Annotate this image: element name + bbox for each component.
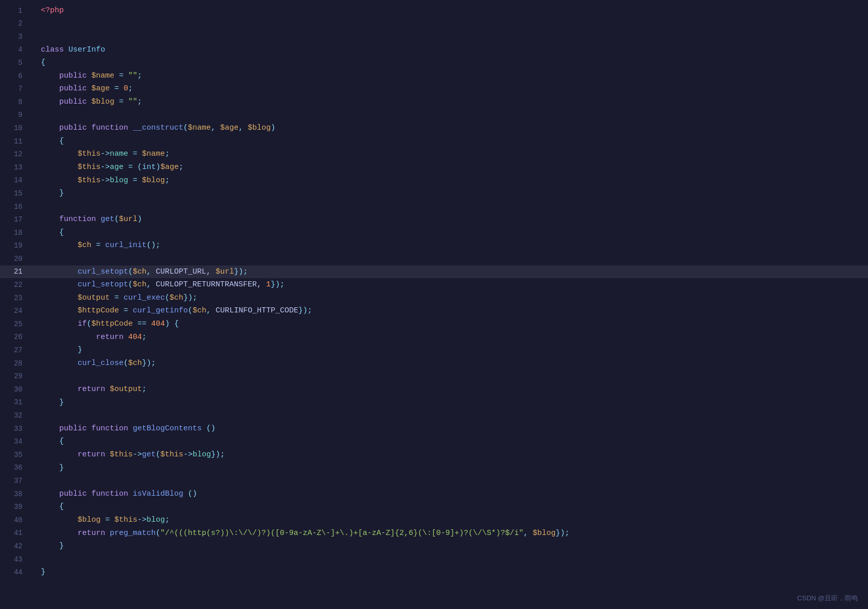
line-number: 33: [0, 422, 31, 435]
code-line: }: [31, 187, 868, 200]
line-number: 13: [0, 161, 31, 174]
code-line: curl_setopt($ch, CURLOPT_RETURNTRANSFER,…: [31, 278, 868, 291]
line-number: 6: [0, 69, 31, 83]
line-number: 7: [0, 83, 31, 96]
code-line: [31, 409, 868, 422]
line-number: 32: [0, 409, 31, 422]
line-number: 30: [0, 383, 31, 396]
code-line: $this->name = $name;: [31, 148, 868, 161]
code-line: return $output;: [31, 383, 868, 396]
code-line: curl_setopt($ch, CURLOPT_URL, $url});: [31, 265, 868, 279]
code-line: [31, 553, 868, 566]
code-line: }: [31, 461, 868, 475]
code-line: [31, 109, 868, 122]
line-number: 34: [0, 435, 31, 449]
line-number: 11: [0, 135, 31, 148]
line-number: 41: [0, 527, 31, 540]
code-line: $blog = $this->blog;: [31, 514, 868, 527]
line-number: 19: [0, 239, 31, 253]
code-line: [31, 252, 868, 265]
line-number: 17: [0, 213, 31, 227]
line-number: 25: [0, 318, 31, 331]
line-number: 39: [0, 501, 31, 514]
code-line: [31, 17, 868, 31]
code-line: public function isValidBlog (): [31, 488, 868, 501]
line-number: 36: [0, 461, 31, 475]
code-line: curl_close($ch});: [31, 357, 868, 370]
line-number: 28: [0, 357, 31, 370]
line-number: 5: [0, 56, 31, 69]
code-line: [31, 370, 868, 383]
line-number: 3: [0, 30, 31, 43]
code-line: }: [31, 540, 868, 553]
code-line: public $name = "";: [31, 69, 868, 83]
line-number: 42: [0, 540, 31, 553]
code-line: [31, 200, 868, 213]
code-line: $this->blog = $blog;: [31, 174, 868, 187]
line-number: 37: [0, 474, 31, 488]
line-number: 22: [0, 278, 31, 291]
code-line: $ch = curl_init();: [31, 239, 868, 253]
line-number: 44: [0, 566, 31, 579]
code-line: [31, 474, 868, 488]
line-number: 8: [0, 95, 31, 109]
code-line: }: [31, 344, 868, 357]
line-number: 38: [0, 488, 31, 501]
line-number: 27: [0, 344, 31, 357]
code-line: public $blog = "";: [31, 95, 868, 109]
line-number: 24: [0, 305, 31, 318]
code-line: <?php: [31, 4, 868, 17]
code-editor: 1234567891011121314151617181920212223242…: [0, 0, 868, 609]
code-line: {: [31, 501, 868, 514]
line-number: 43: [0, 553, 31, 566]
line-number: 15: [0, 187, 31, 200]
line-number: 14: [0, 174, 31, 187]
line-number: 4: [0, 43, 31, 57]
code-line: {: [31, 435, 868, 449]
line-number: 26: [0, 331, 31, 344]
line-number: 35: [0, 448, 31, 461]
line-number: 21: [0, 265, 31, 279]
line-numbers: 1234567891011121314151617181920212223242…: [0, 0, 31, 609]
code-line: {: [31, 135, 868, 148]
code-line: }: [31, 566, 868, 579]
code-line: return $this->get($this->blog});: [31, 448, 868, 461]
code-line: }: [31, 396, 868, 409]
code-line: if($httpCode == 404) {: [31, 318, 868, 331]
line-number: 40: [0, 514, 31, 527]
code-line: $output = curl_exec($ch});: [31, 291, 868, 305]
line-number: 12: [0, 148, 31, 161]
line-number: 31: [0, 396, 31, 409]
line-number: 9: [0, 109, 31, 122]
code-line: {: [31, 56, 868, 69]
line-number: 23: [0, 291, 31, 305]
line-number: 10: [0, 121, 31, 135]
code-line: $httpCode = curl_getinfo($ch, CURLINFO_H…: [31, 305, 868, 318]
line-number: 29: [0, 370, 31, 383]
code-line: $this->age = (int)$age;: [31, 161, 868, 174]
line-number: 16: [0, 200, 31, 213]
code-line: public function getBlogContents (): [31, 422, 868, 435]
code-line: function get($url): [31, 213, 868, 227]
code-line: {: [31, 226, 868, 239]
line-number: 2: [0, 17, 31, 31]
code-line: public function __construct($name, $age,…: [31, 121, 868, 135]
code-line: return 404;: [31, 331, 868, 344]
code-line: [31, 30, 868, 43]
code-line: class UserInfo: [31, 43, 868, 57]
line-number: 1: [0, 4, 31, 17]
code-line: return preg_match("/^(((http(s?))\:\/\/)…: [31, 527, 868, 540]
code-content[interactable]: <?php class UserInfo{ public $name = "";…: [31, 0, 868, 609]
watermark: CSDN @且听，雨鸣: [797, 594, 858, 603]
line-number: 18: [0, 226, 31, 239]
code-line: public $age = 0;: [31, 83, 868, 96]
line-number: 20: [0, 252, 31, 265]
